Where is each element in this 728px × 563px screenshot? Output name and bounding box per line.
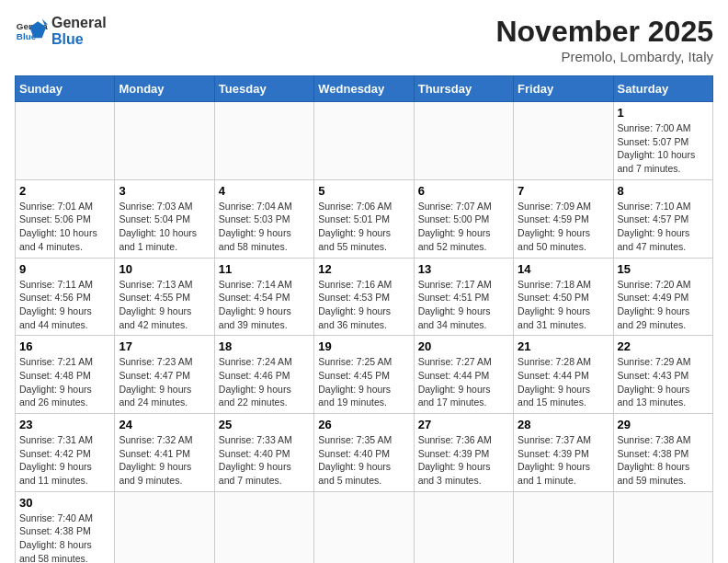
calendar-day: 3Sunrise: 7:03 AM Sunset: 5:04 PM Daylig…: [115, 179, 214, 258]
day-number: 4: [219, 184, 310, 198]
weekday-header-monday: Monday: [115, 76, 214, 102]
day-number: 9: [19, 262, 110, 276]
calendar-day: 28Sunrise: 7:37 AM Sunset: 4:39 PM Dayli…: [514, 414, 613, 492]
logo-blue: Blue: [51, 31, 107, 48]
day-info: Sunrise: 7:16 AM Sunset: 4:53 PM Dayligh…: [318, 278, 409, 332]
calendar-week-4: 16Sunrise: 7:21 AM Sunset: 4:48 PM Dayli…: [16, 336, 713, 414]
day-info: Sunrise: 7:11 AM Sunset: 4:56 PM Dayligh…: [19, 278, 110, 332]
day-info: Sunrise: 7:13 AM Sunset: 4:55 PM Dayligh…: [119, 278, 210, 332]
day-info: Sunrise: 7:36 AM Sunset: 4:39 PM Dayligh…: [418, 433, 509, 488]
day-info: Sunrise: 7:33 AM Sunset: 4:40 PM Dayligh…: [219, 433, 310, 488]
day-info: Sunrise: 7:09 AM Sunset: 4:59 PM Dayligh…: [518, 200, 609, 254]
day-info: Sunrise: 7:32 AM Sunset: 4:41 PM Dayligh…: [119, 433, 210, 488]
calendar-week-5: 23Sunrise: 7:31 AM Sunset: 4:42 PM Dayli…: [16, 414, 713, 492]
weekday-header-friday: Friday: [514, 76, 613, 102]
calendar-day: 30Sunrise: 7:40 AM Sunset: 4:38 PM Dayli…: [16, 491, 115, 563]
day-number: 25: [219, 418, 310, 431]
calendar-day: 23Sunrise: 7:31 AM Sunset: 4:42 PM Dayli…: [16, 414, 115, 492]
day-number: 6: [418, 184, 509, 198]
calendar-day: 11Sunrise: 7:14 AM Sunset: 4:54 PM Dayli…: [214, 258, 313, 336]
day-number: 20: [418, 339, 509, 353]
day-info: Sunrise: 7:06 AM Sunset: 5:01 PM Dayligh…: [318, 200, 409, 254]
calendar-day: 17Sunrise: 7:23 AM Sunset: 4:47 PM Dayli…: [115, 336, 214, 414]
calendar-day: 5Sunrise: 7:06 AM Sunset: 5:01 PM Daylig…: [314, 179, 414, 258]
calendar-day: [314, 491, 414, 563]
weekday-header-sunday: Sunday: [16, 76, 115, 102]
day-number: 1: [618, 106, 709, 120]
calendar-day: [314, 102, 414, 180]
day-info: Sunrise: 7:04 AM Sunset: 5:03 PM Dayligh…: [219, 200, 310, 254]
calendar-day: 25Sunrise: 7:33 AM Sunset: 4:40 PM Dayli…: [214, 414, 313, 492]
day-number: 23: [19, 418, 110, 431]
weekday-header-tuesday: Tuesday: [214, 76, 313, 102]
calendar-day: 7Sunrise: 7:09 AM Sunset: 4:59 PM Daylig…: [514, 179, 613, 258]
calendar-day: 22Sunrise: 7:29 AM Sunset: 4:43 PM Dayli…: [613, 336, 712, 414]
day-number: 17: [119, 339, 210, 353]
calendar-day: 4Sunrise: 7:04 AM Sunset: 5:03 PM Daylig…: [214, 179, 313, 258]
day-number: 7: [518, 184, 609, 198]
day-info: Sunrise: 7:25 AM Sunset: 4:45 PM Dayligh…: [318, 355, 409, 409]
day-number: 22: [618, 339, 709, 353]
day-number: 28: [518, 418, 609, 431]
calendar-day: [16, 102, 115, 180]
title-block: November 2025 Premolo, Lombardy, Italy: [495, 15, 713, 64]
day-info: Sunrise: 7:40 AM Sunset: 4:38 PM Dayligh…: [19, 511, 110, 563]
logo-icon: General Blue: [15, 15, 48, 48]
day-number: 13: [418, 262, 509, 276]
calendar-day: [214, 102, 313, 180]
day-number: 11: [219, 262, 310, 276]
day-info: Sunrise: 7:24 AM Sunset: 4:46 PM Dayligh…: [219, 355, 310, 409]
calendar-day: 10Sunrise: 7:13 AM Sunset: 4:55 PM Dayli…: [115, 258, 214, 336]
day-number: 12: [318, 262, 409, 276]
calendar-week-3: 9Sunrise: 7:11 AM Sunset: 4:56 PM Daylig…: [16, 258, 713, 336]
calendar-day: [414, 102, 513, 180]
day-info: Sunrise: 7:27 AM Sunset: 4:44 PM Dayligh…: [418, 355, 509, 409]
calendar-day: 19Sunrise: 7:25 AM Sunset: 4:45 PM Dayli…: [314, 336, 414, 414]
day-info: Sunrise: 7:21 AM Sunset: 4:48 PM Dayligh…: [19, 355, 110, 409]
calendar-day: 9Sunrise: 7:11 AM Sunset: 4:56 PM Daylig…: [16, 258, 115, 336]
month-title: November 2025: [495, 15, 713, 49]
day-info: Sunrise: 7:23 AM Sunset: 4:47 PM Dayligh…: [119, 355, 210, 409]
day-info: Sunrise: 7:01 AM Sunset: 5:06 PM Dayligh…: [19, 200, 110, 254]
day-number: 14: [518, 262, 609, 276]
day-number: 21: [518, 339, 609, 353]
day-number: 10: [119, 262, 210, 276]
day-number: 19: [318, 339, 409, 353]
day-number: 30: [19, 496, 110, 510]
calendar-day: [613, 491, 712, 563]
day-info: Sunrise: 7:10 AM Sunset: 4:57 PM Dayligh…: [618, 200, 709, 254]
day-info: Sunrise: 7:28 AM Sunset: 4:44 PM Dayligh…: [518, 355, 609, 409]
day-info: Sunrise: 7:17 AM Sunset: 4:51 PM Dayligh…: [418, 278, 509, 332]
calendar-day: 13Sunrise: 7:17 AM Sunset: 4:51 PM Dayli…: [414, 258, 513, 336]
calendar-day: 14Sunrise: 7:18 AM Sunset: 4:50 PM Dayli…: [514, 258, 613, 336]
logo: General Blue General Blue: [15, 15, 107, 48]
calendar-day: [414, 491, 513, 563]
day-number: 26: [318, 418, 409, 431]
calendar-day: [514, 491, 613, 563]
calendar-day: 1Sunrise: 7:00 AM Sunset: 5:07 PM Daylig…: [613, 102, 712, 180]
day-info: Sunrise: 7:03 AM Sunset: 5:04 PM Dayligh…: [119, 200, 210, 254]
calendar-day: 15Sunrise: 7:20 AM Sunset: 4:49 PM Dayli…: [613, 258, 712, 336]
weekday-header-row: SundayMondayTuesdayWednesdayThursdayFrid…: [16, 76, 713, 102]
day-info: Sunrise: 7:14 AM Sunset: 4:54 PM Dayligh…: [219, 278, 310, 332]
calendar-day: 2Sunrise: 7:01 AM Sunset: 5:06 PM Daylig…: [16, 179, 115, 258]
logo-general: General: [51, 15, 107, 31]
day-number: 15: [618, 262, 709, 276]
day-info: Sunrise: 7:07 AM Sunset: 5:00 PM Dayligh…: [418, 200, 509, 254]
day-number: 18: [219, 339, 310, 353]
weekday-header-thursday: Thursday: [414, 76, 513, 102]
day-number: 29: [618, 418, 709, 431]
calendar: SundayMondayTuesdayWednesdayThursdayFrid…: [15, 75, 713, 563]
day-number: 2: [19, 184, 110, 198]
day-number: 24: [119, 418, 210, 431]
day-number: 3: [119, 184, 210, 198]
day-info: Sunrise: 7:38 AM Sunset: 4:38 PM Dayligh…: [618, 433, 709, 488]
calendar-day: 20Sunrise: 7:27 AM Sunset: 4:44 PM Dayli…: [414, 336, 513, 414]
day-info: Sunrise: 7:31 AM Sunset: 4:42 PM Dayligh…: [19, 433, 110, 488]
calendar-day: 16Sunrise: 7:21 AM Sunset: 4:48 PM Dayli…: [16, 336, 115, 414]
calendar-day: 29Sunrise: 7:38 AM Sunset: 4:38 PM Dayli…: [613, 414, 712, 492]
calendar-day: [214, 491, 313, 563]
calendar-day: 27Sunrise: 7:36 AM Sunset: 4:39 PM Dayli…: [414, 414, 513, 492]
day-info: Sunrise: 7:35 AM Sunset: 4:40 PM Dayligh…: [318, 433, 409, 488]
weekday-header-saturday: Saturday: [613, 76, 712, 102]
